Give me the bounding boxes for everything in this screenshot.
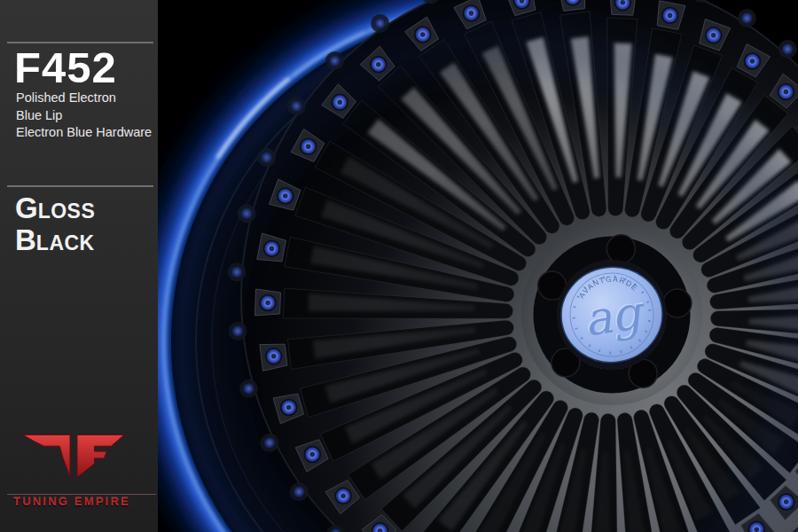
lug-recess <box>606 235 635 263</box>
info-panel: F452 Polished Electron Blue Lip Electron… <box>0 0 158 532</box>
jf-logo <box>21 431 126 482</box>
outer-bolt <box>738 9 756 27</box>
finish-line-3: Electron Blue Hardware <box>16 124 152 142</box>
spoke-tip-pocket <box>255 289 281 316</box>
lug-recess <box>663 289 692 317</box>
product-banner: AVANTGARDE ag ag F452 Polished Electron … <box>0 0 798 532</box>
outer-bolt <box>778 40 797 59</box>
gloss-initial: G <box>15 192 38 224</box>
outer-bolt <box>261 434 279 452</box>
black-initial: B <box>15 223 36 256</box>
outer-bolt <box>290 482 309 501</box>
outer-bolt <box>371 14 389 33</box>
finish-description: Polished Electron Blue Lip Electron Blue… <box>16 90 152 142</box>
color-name-black: Black <box>15 225 95 254</box>
jf-logo-right-f <box>77 434 124 477</box>
gloss-rest: loss <box>38 200 96 223</box>
finish-line-1: Polished Electron <box>16 90 152 107</box>
outer-bolt <box>239 379 258 398</box>
divider-middle <box>7 185 153 187</box>
finish-line-2: Blue Lip <box>16 107 152 125</box>
black-rest: lack <box>36 231 95 254</box>
color-name-gloss: Gloss <box>15 193 95 223</box>
spoke-tip-pocket <box>610 0 637 15</box>
jf-logo-left-wing <box>23 434 70 477</box>
outer-bolt <box>229 322 247 340</box>
model-name: F452 <box>14 46 117 90</box>
brand-name: TUNING EMPIRE <box>13 495 130 508</box>
